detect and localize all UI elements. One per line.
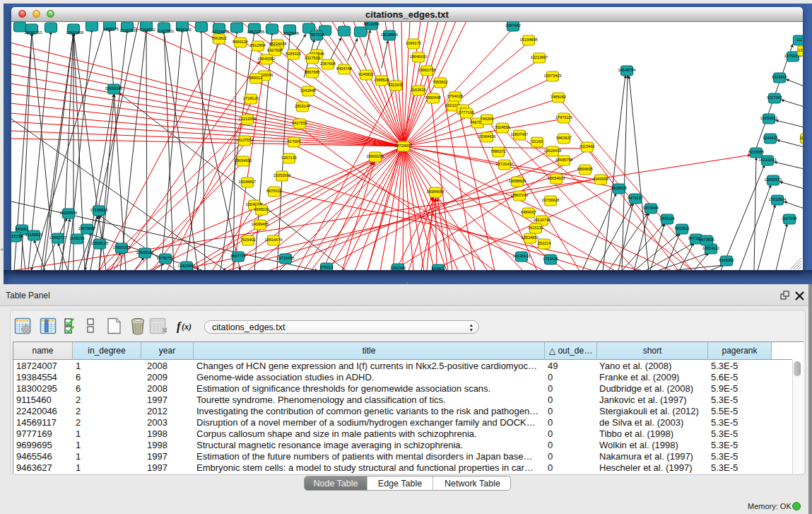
svg-text:12093822: 12093822 xyxy=(760,116,778,120)
svg-text:10958167: 10958167 xyxy=(136,250,154,255)
svg-text:2367608: 2367608 xyxy=(320,62,336,66)
svg-text:1640954: 1640954 xyxy=(593,177,608,181)
svg-text:15692971: 15692971 xyxy=(765,177,782,182)
svg-text:16107553: 16107553 xyxy=(236,138,254,142)
svg-text:817006: 817006 xyxy=(288,139,301,144)
svg-text:9329966: 9329966 xyxy=(772,75,787,79)
svg-text:8938928: 8938928 xyxy=(611,186,627,190)
svg-text:10807487: 10807487 xyxy=(511,132,529,136)
svg-text:10973403: 10973403 xyxy=(544,74,562,78)
svg-text:19166827: 19166827 xyxy=(239,180,257,184)
svg-text:16154808: 16154808 xyxy=(520,37,538,42)
svg-text:10025438: 10025438 xyxy=(544,148,562,153)
svg-text:9146821: 9146821 xyxy=(358,72,374,76)
svg-text:13654923: 13654923 xyxy=(548,176,565,180)
svg-text:1733426: 1733426 xyxy=(543,257,558,261)
svg-text:19654955: 19654955 xyxy=(235,158,252,163)
svg-text:13125: 13125 xyxy=(798,48,803,52)
svg-text:9242848: 9242848 xyxy=(300,88,316,93)
svg-text:18495758: 18495758 xyxy=(555,158,573,162)
svg-text:1588520: 1588520 xyxy=(374,78,389,82)
svg-text:14099485: 14099485 xyxy=(252,222,269,226)
svg-text:8813054: 8813054 xyxy=(364,22,379,26)
svg-text:20756928: 20756928 xyxy=(542,198,560,202)
svg-text:10719155: 10719155 xyxy=(212,30,230,34)
svg-text:7632621: 7632621 xyxy=(674,226,690,230)
svg-text:8473836: 8473836 xyxy=(699,238,714,242)
svg-text:16961758: 16961758 xyxy=(418,68,436,72)
svg-text:8966160: 8966160 xyxy=(176,28,192,32)
svg-text:10782759: 10782759 xyxy=(157,256,175,260)
svg-text:12942737: 12942737 xyxy=(49,235,67,240)
svg-text:746266: 746266 xyxy=(481,117,494,121)
svg-text:18640910: 18640910 xyxy=(410,54,428,59)
svg-text:20206556: 20206556 xyxy=(60,211,78,215)
svg-text:19218506: 19218506 xyxy=(381,33,399,37)
svg-text:20364436: 20364436 xyxy=(478,134,496,139)
svg-text:21063526: 21063526 xyxy=(120,28,138,33)
svg-text:15720407: 15720407 xyxy=(496,162,514,166)
svg-text:17159924: 17159924 xyxy=(90,208,108,212)
svg-text:8912954: 8912954 xyxy=(250,43,266,47)
svg-text:12156829: 12156829 xyxy=(25,233,43,237)
svg-text:10654112: 10654112 xyxy=(702,246,719,250)
svg-text:3267130: 3267130 xyxy=(281,156,297,160)
svg-text:11327602: 11327602 xyxy=(157,29,174,33)
svg-text:13524851: 13524851 xyxy=(522,235,539,240)
svg-text:8660124: 8660124 xyxy=(233,40,248,44)
svg-text:7955812: 7955812 xyxy=(433,80,448,84)
svg-text:17975115: 17975115 xyxy=(555,115,572,119)
svg-text:2935114: 2935114 xyxy=(659,216,674,221)
svg-text:1615132: 1615132 xyxy=(528,226,543,230)
svg-text:8215958: 8215958 xyxy=(748,150,764,154)
svg-text:16210643: 16210643 xyxy=(759,158,777,162)
svg-text:7625402: 7625402 xyxy=(240,238,256,242)
svg-text:19384554: 19384554 xyxy=(427,189,445,194)
svg-text:2803144: 2803144 xyxy=(295,104,310,108)
svg-text:1167534: 1167534 xyxy=(782,216,796,221)
svg-text:17957253: 17957253 xyxy=(113,245,131,250)
svg-text:1965375: 1965375 xyxy=(103,27,119,31)
svg-text:10688609: 10688609 xyxy=(509,179,526,183)
svg-text:9867685: 9867685 xyxy=(305,70,320,74)
svg-text:20053346: 20053346 xyxy=(105,86,123,90)
svg-text:111: 111 xyxy=(796,37,803,42)
svg-text:252214: 252214 xyxy=(538,241,551,245)
svg-text:8427552: 8427552 xyxy=(292,121,307,125)
svg-text:29055713: 29055713 xyxy=(25,30,42,35)
svg-text:12213369: 12213369 xyxy=(239,117,257,121)
svg-text:19975867: 19975867 xyxy=(78,226,96,230)
svg-text:1145193: 1145193 xyxy=(69,236,84,240)
svg-text:18724007: 18724007 xyxy=(395,144,413,148)
svg-text:13505135: 13505135 xyxy=(91,241,109,245)
svg-text:14136141: 14136141 xyxy=(513,254,531,258)
svg-text:2718126: 2718126 xyxy=(243,96,259,100)
svg-text:9463627: 9463627 xyxy=(556,136,572,140)
svg-text:2087682: 2087682 xyxy=(505,23,521,28)
svg-text:9474444: 9474444 xyxy=(643,206,659,210)
svg-text:108074: 108074 xyxy=(800,136,803,140)
svg-text:12923466: 12923466 xyxy=(178,264,196,268)
svg-text:9777169: 9777169 xyxy=(459,110,474,115)
svg-text:9115460: 9115460 xyxy=(579,144,594,148)
svg-text:7515546: 7515546 xyxy=(283,31,299,35)
svg-text:8186323: 8186323 xyxy=(286,52,301,56)
svg-text:8454749: 8454749 xyxy=(336,66,352,71)
svg-text:6479197: 6479197 xyxy=(628,196,643,200)
svg-text:20691406: 20691406 xyxy=(66,30,84,35)
svg-text:9227343: 9227343 xyxy=(767,95,782,100)
svg-text:16648784: 16648784 xyxy=(618,68,636,72)
svg-text:12213967: 12213967 xyxy=(531,55,548,59)
svg-text:15226058: 15226058 xyxy=(269,42,287,46)
svg-text:6899695: 6899695 xyxy=(577,167,593,171)
svg-text:16671355: 16671355 xyxy=(247,30,265,34)
svg-text:3915159: 3915159 xyxy=(11,234,23,238)
svg-text:1162615: 1162615 xyxy=(411,88,425,92)
svg-text:18300295: 18300295 xyxy=(367,154,384,158)
svg-text:13353594: 13353594 xyxy=(273,173,291,177)
svg-text:7485063: 7485063 xyxy=(551,95,566,99)
svg-text:3024554: 3024554 xyxy=(495,125,510,129)
svg-text:7663822: 7663822 xyxy=(211,36,227,40)
svg-text:7986372: 7986372 xyxy=(490,149,506,153)
svg-text:9327508: 9327508 xyxy=(267,48,283,52)
